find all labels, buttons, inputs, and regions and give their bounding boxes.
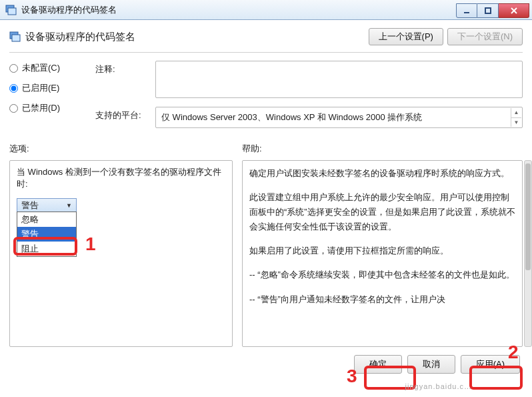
radio-unconfigured[interactable]: 未配置(C) <box>9 62 86 74</box>
options-section-label: 选项: <box>9 143 233 155</box>
radio-label: 未配置(C) <box>22 62 60 74</box>
minimize-button[interactable] <box>456 3 477 18</box>
radio-label: 已启用(E) <box>22 82 59 94</box>
platform-label: 支持的平台: <box>95 107 155 121</box>
comment-label: 注释: <box>95 61 155 75</box>
chevron-down-icon: ▼ <box>66 202 72 209</box>
options-box: 当 Windows 检测到一个没有数字签名的驱动程序文件时: 警告 ▼ 忽略 警… <box>9 160 233 347</box>
combo-selected: 警告 <box>21 200 39 212</box>
help-box: 确定用户试图安装未经数字签名的设备驱动程序时系统的响应方式。 此设置建立组中用户… <box>242 160 523 347</box>
options-prompt: 当 Windows 检测到一个没有数字签名的驱动程序文件时: <box>17 166 225 190</box>
maximize-button[interactable] <box>477 3 499 18</box>
behavior-dropdown-list: 忽略 警告 阻止 <box>17 212 77 257</box>
dropdown-item-warn[interactable]: 警告 <box>17 227 76 242</box>
radio-enabled[interactable]: 已启用(E) <box>9 82 86 94</box>
dialog-footer: 确定 取消 应用(A) <box>9 355 523 374</box>
svg-rect-1 <box>8 8 16 15</box>
spinner[interactable]: ▲▼ <box>511 108 521 127</box>
svg-rect-2 <box>464 12 469 13</box>
help-section-label: 帮助: <box>242 143 523 155</box>
help-paragraph: 确定用户试图安装未经数字签名的设备驱动程序时系统的响应方式。 <box>249 166 515 181</box>
policy-icon <box>9 31 21 43</box>
window-titlebar: 设备驱动程序的代码签名 <box>0 0 532 20</box>
window-buttons <box>456 3 529 18</box>
dropdown-item-block[interactable]: 阻止 <box>17 242 76 256</box>
comment-input[interactable] <box>155 61 523 98</box>
help-paragraph: -- “忽略”命令系统继续安装，即使其中包含未经签名的文件也是如此。 <box>249 268 515 282</box>
watermark: jingyan.baidu.c… <box>405 382 472 390</box>
window-title: 设备驱动程序的代码签名 <box>21 4 456 16</box>
dropdown-item-ignore[interactable]: 忽略 <box>17 212 76 227</box>
svg-rect-3 <box>485 8 491 13</box>
help-paragraph: 如果启用了此设置，请使用下拉框指定所需的响应。 <box>249 244 515 258</box>
radio-disabled[interactable]: 已禁用(D) <box>9 102 86 114</box>
help-paragraph: -- “警告”向用户通知未经数字签名的文件，让用户决 <box>249 292 515 307</box>
app-icon <box>5 4 17 16</box>
close-button[interactable] <box>499 3 529 18</box>
platform-value: 仅 Windows Server 2003、Windows XP 和 Windo… <box>155 107 523 128</box>
scroll-thumb[interactable] <box>525 163 531 270</box>
divider <box>9 52 523 53</box>
prev-setting-button[interactable]: 上一个设置(P) <box>369 28 443 45</box>
ok-button[interactable]: 确定 <box>354 355 402 374</box>
state-radio-group: 未配置(C) 已启用(E) 已禁用(D) <box>9 61 86 135</box>
svg-rect-7 <box>12 35 20 41</box>
header-row: 设备驱动程序的代码签名 上一个设置(P) 下一个设置(N) <box>9 28 523 45</box>
help-paragraph: 此设置建立组中用户系统上允许的最少安全响应。用户可以使用控制面板中的“系统”选择… <box>249 190 515 234</box>
next-setting-button: 下一个设置(N) <box>447 28 523 45</box>
platform-text: 仅 Windows Server 2003、Windows XP 和 Windo… <box>161 111 422 123</box>
apply-button[interactable]: 应用(A) <box>461 355 520 374</box>
page-title: 设备驱动程序的代码签名 <box>25 31 135 43</box>
cancel-button[interactable]: 取消 <box>407 355 455 374</box>
help-scrollbar[interactable] <box>524 160 532 347</box>
radio-label: 已禁用(D) <box>22 102 60 114</box>
behavior-combo[interactable]: 警告 ▼ <box>17 198 77 213</box>
